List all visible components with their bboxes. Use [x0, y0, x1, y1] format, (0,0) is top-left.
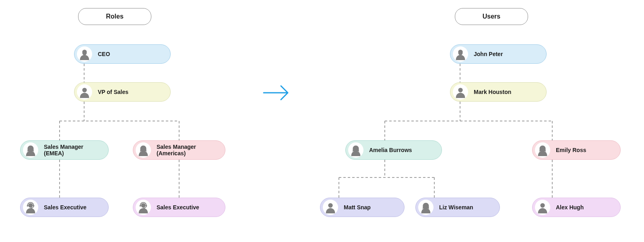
role-node-ceo: CEO	[74, 44, 171, 64]
avatar-icon	[136, 200, 151, 215]
user-label: John Peter	[468, 51, 508, 57]
users-header: Users	[455, 8, 528, 25]
role-label: Sales Manager (Americas)	[151, 144, 225, 156]
user-node-alex: Alex Hugh	[532, 198, 621, 217]
avatar-icon	[535, 200, 550, 215]
avatar-icon	[77, 46, 92, 62]
role-node-mgr-emea: Sales Manager (EMEA)	[20, 140, 109, 160]
role-label: Sales Executive	[38, 204, 92, 211]
user-label: Matt Snap	[338, 204, 376, 211]
role-node-exec-1: Sales Executive	[20, 198, 109, 217]
user-node-john: John Peter	[450, 44, 547, 64]
avatar-icon	[23, 142, 38, 158]
role-label: Sales Executive	[151, 204, 205, 211]
role-node-exec-2: Sales Executive	[133, 198, 225, 217]
avatar-icon	[348, 142, 363, 158]
user-node-emily: Emily Ross	[532, 140, 621, 160]
role-node-mgr-americas: Sales Manager (Americas)	[133, 140, 225, 160]
role-label: Sales Manager (EMEA)	[38, 144, 108, 156]
role-label: CEO	[92, 51, 116, 57]
avatar-icon	[136, 142, 151, 158]
user-node-liz: Liz Wiseman	[415, 198, 500, 217]
roles-header: Roles	[78, 8, 151, 25]
user-label: Mark Houston	[468, 89, 517, 95]
user-node-amelia: Amelia Burrows	[345, 140, 442, 160]
user-node-matt: Matt Snap	[320, 198, 405, 217]
role-node-vp: VP of Sales	[74, 82, 171, 102]
avatar-icon	[535, 142, 550, 158]
user-label: Emily Ross	[550, 147, 592, 153]
avatar-icon	[23, 200, 38, 215]
avatar-icon	[323, 200, 338, 215]
role-label: VP of Sales	[92, 89, 134, 95]
avatar-icon	[453, 84, 468, 100]
avatar-icon	[418, 200, 433, 215]
arrow-right-icon	[262, 83, 294, 103]
avatar-icon	[453, 46, 468, 62]
user-label: Liz Wiseman	[433, 204, 479, 211]
user-label: Amelia Burrows	[363, 147, 418, 153]
user-node-mark: Mark Houston	[450, 82, 547, 102]
user-label: Alex Hugh	[550, 204, 589, 211]
avatar-icon	[77, 84, 92, 100]
